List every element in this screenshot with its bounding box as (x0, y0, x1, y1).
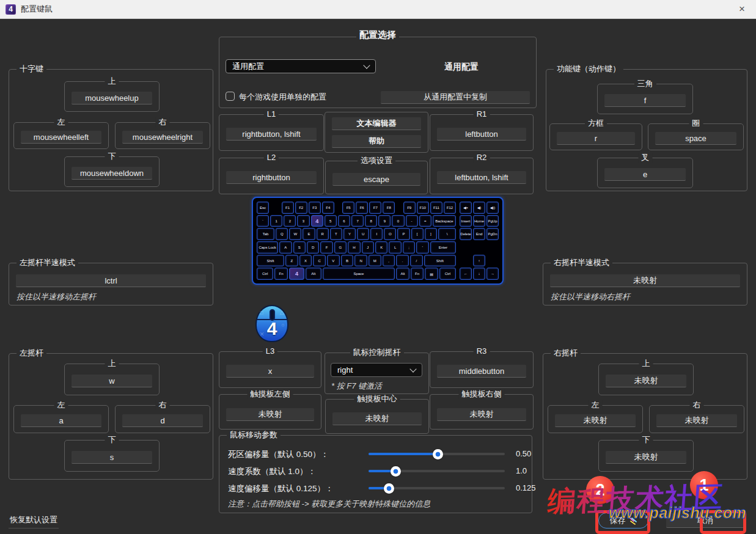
keyboard-key: Alt (306, 268, 321, 280)
text-editor-button[interactable]: 文本编辑器 (332, 117, 421, 130)
r2-mapping-button[interactable]: leftbutton, lshift (437, 171, 526, 184)
l3-mapping-button[interactable]: x (226, 365, 314, 378)
keyboard-key: ↑ (473, 255, 485, 267)
keyboard-key: F (320, 241, 332, 254)
circle-label: 圈 (689, 119, 703, 128)
keyboard-key: F7 (369, 202, 381, 214)
keyboard-key: X (299, 255, 312, 267)
slider-track[interactable] (369, 487, 505, 489)
slider-fill (369, 453, 438, 455)
keyboard-key: U (357, 228, 369, 240)
profile-dropdown[interactable]: 通用配置 (226, 59, 376, 73)
left-stick-up-mapping-button[interactable]: w (72, 375, 152, 387)
left-stick-left-mapping-button[interactable]: a (21, 414, 101, 427)
keyboard-key: Fn (411, 268, 424, 280)
mouse-params-group: 鼠标移动参数 死区偏移量（默认 0.50）：0.50速度系数（默认 1.0）：1… (219, 435, 532, 513)
keyboard-key: Insert (460, 215, 472, 227)
options-mapping-button[interactable]: escape (332, 173, 420, 186)
config-select-title: 配置选择 (356, 30, 399, 40)
action-keys-title: 功能键（动作键） (554, 64, 623, 74)
slider-row: 死区偏移量（默认 0.50）：0.50 (228, 448, 527, 460)
keyboard-key: Y (343, 228, 356, 240)
half-speed-left-hint: 按住以半速移动左摇杆 (17, 291, 96, 302)
dpad-group: 十字键 上 mousewheelup 左 mousewheelleft 右 mo… (9, 69, 213, 191)
dpad-down-group: 下 mousewheeldown (64, 156, 160, 187)
l2-mapping-button[interactable]: rightbutton (226, 171, 317, 184)
r1-mapping-button[interactable]: leftbutton (437, 128, 526, 141)
dpad-down-mapping-button[interactable]: mousewheeldown (72, 167, 152, 180)
keyboard-key: F6 (356, 202, 368, 214)
keyboard-key: Esc (257, 202, 269, 214)
dpad-up-mapping-button[interactable]: mousewheelup (72, 92, 152, 104)
touchpad-left-mapping-button[interactable]: 未映射 (226, 408, 314, 421)
left-stick-right-mapping-button[interactable]: d (122, 414, 203, 427)
triangle-mapping-button[interactable]: f (604, 94, 686, 107)
keyboard-key: Ctrl (439, 268, 456, 280)
slider-thumb[interactable] (433, 449, 443, 459)
keyboard-key: F12 (444, 202, 456, 214)
slider-thumb[interactable] (384, 483, 394, 494)
slider-label: 死区偏移量（默认 0.50）： (228, 449, 329, 460)
per-game-checkbox[interactable] (226, 92, 235, 101)
right-stick-left-mapping-button[interactable]: 未映射 (555, 414, 636, 427)
mouse-params-title: 鼠标移动参数 (227, 430, 281, 440)
keyboard-key: PgUp (486, 215, 499, 227)
help-button[interactable]: 帮助 (332, 135, 421, 148)
dpad-up-label: 上 (105, 76, 119, 86)
keyboard-key: Backspace (433, 215, 456, 227)
dpad-left-mapping-button[interactable]: mousewheelleft (21, 131, 101, 144)
keyboard-key: 9 (378, 215, 391, 227)
cross-mapping-button[interactable]: e (604, 168, 686, 181)
keyboard-key: I (370, 228, 383, 240)
keyboard-key: 3 (297, 215, 309, 227)
configure-keymouse-window: 4 配置键鼠 × 配置选择 通用配置 通用配置 每个游戏使用单独的配置 从通用配… (0, 0, 756, 534)
right-stick-down-mapping-button[interactable]: 未映射 (606, 451, 686, 464)
left-stick-title: 左摇杆 (17, 348, 46, 358)
half-speed-left-mapping-button[interactable]: lctrl (16, 274, 206, 287)
restore-defaults-button[interactable]: 恢复默认设置 (9, 513, 59, 529)
l1-mapping-button[interactable]: rightbutton, lshift (226, 128, 317, 141)
keyboard-key: ◀)) (486, 202, 499, 214)
l2-group: L2 rightbutton (219, 158, 324, 194)
right-stick-right-group: 右 未映射 (649, 405, 744, 433)
close-button[interactable]: × (728, 0, 756, 18)
half-speed-right-title: 右摇杆半速模式 (551, 258, 612, 268)
keyboard-key: F4 (322, 202, 334, 214)
keyboard-key: Space (323, 268, 395, 280)
r3-mapping-button[interactable]: middlebutton (437, 365, 526, 378)
left-stick-down-label: 下 (105, 435, 119, 445)
right-stick-right-label: 右 (690, 400, 704, 410)
dpad-right-mapping-button[interactable]: mousewheelright (122, 131, 203, 144)
l1-group: L1 rightbutton, lshift (219, 114, 324, 151)
options-label: 选项设置 (358, 156, 395, 166)
keyboard-key: T (330, 228, 342, 240)
chevron-down-icon (363, 62, 370, 68)
keyboard-key: → (486, 268, 499, 280)
keyboard-key: End (473, 228, 485, 240)
cross-label: 叉 (638, 153, 652, 163)
keyboard-key: \ (438, 228, 456, 240)
square-mapping-button[interactable]: r (557, 132, 635, 145)
left-stick-down-mapping-button[interactable]: s (72, 451, 152, 464)
keyboard-key: ◀) (473, 202, 485, 214)
half-speed-left-group: 左摇杆半速模式 lctrl 按住以半速移动左摇杆 (9, 263, 213, 305)
copy-from-common-button[interactable]: 从通用配置中复制 (381, 91, 530, 104)
slider-thumb[interactable] (391, 466, 401, 477)
touchpad-right-mapping-button[interactable]: 未映射 (437, 408, 526, 421)
left-stick-left-group: 左 a (13, 405, 109, 433)
keyboard-key: B (341, 255, 354, 267)
options-group: 选项设置 escape (325, 161, 428, 194)
keyboard-key: F5 (342, 202, 354, 214)
quick-buttons-panel: 文本编辑器 帮助 (325, 112, 428, 153)
slider-track[interactable] (369, 453, 505, 455)
keyboard-key: ' (416, 241, 428, 254)
mouse-stick-dropdown[interactable]: right (331, 363, 422, 377)
touchpad-center-mapping-button[interactable]: 未映射 (332, 412, 422, 425)
half-speed-right-mapping-button[interactable]: 未映射 (550, 274, 740, 287)
right-stick-right-mapping-button[interactable]: 未映射 (656, 414, 737, 427)
right-stick-up-mapping-button[interactable]: 未映射 (606, 375, 686, 387)
circle-mapping-button[interactable]: space (655, 132, 736, 145)
left-stick-right-group: 右 d (115, 405, 210, 433)
touchpad-center-label: 触摸板中心 (354, 394, 400, 404)
slider-track[interactable] (369, 470, 505, 472)
